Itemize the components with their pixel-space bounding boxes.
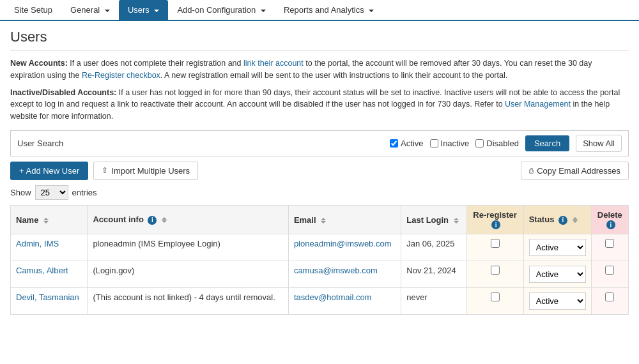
user-name-link[interactable]: Camus, Albert	[16, 266, 68, 275]
table-row: Admin, IMSploneadmin (IMS Employee Login…	[11, 234, 629, 261]
cell-last-login: never	[401, 288, 466, 315]
delete-checkbox[interactable]	[605, 292, 614, 301]
cell-status: ActiveInactiveDisabled	[523, 234, 591, 261]
nav-site-setup[interactable]: Site Setup	[5, 0, 61, 20]
import-multiple-users-button[interactable]: ⇧ Import Multiple Users	[93, 162, 198, 180]
cell-delete	[591, 288, 628, 315]
show-label: Show	[10, 188, 31, 197]
cell-name: Admin, IMS	[11, 234, 88, 261]
cell-account-info: (Login.gov)	[88, 261, 288, 288]
col-re-register: Re-register i	[466, 205, 523, 234]
table-row: Camus, Albert(Login.gov)camusa@imsweb.co…	[11, 261, 629, 288]
action-row: + Add New User ⇧ Import Multiple Users ⎙…	[10, 162, 629, 180]
disabled-label: Disabled	[486, 139, 519, 148]
delete-checkbox[interactable]	[605, 266, 614, 275]
account-info-icon[interactable]: i	[148, 216, 157, 225]
general-dropdown-icon	[105, 10, 110, 12]
nav-users[interactable]: Users	[119, 0, 169, 20]
user-name-link[interactable]: Admin, IMS	[16, 239, 59, 248]
user-name-link[interactable]: Devil, Tasmanian	[16, 292, 79, 302]
link-their-account[interactable]: link their account	[243, 59, 304, 68]
show-all-button[interactable]: Show All	[576, 135, 622, 152]
user-email-link[interactable]: camusa@imsweb.com	[294, 266, 378, 275]
import-icon: ⇧	[102, 166, 108, 175]
filter-active[interactable]: Active	[390, 139, 423, 148]
addon-dropdown-icon	[261, 10, 266, 12]
cell-delete	[591, 234, 628, 261]
cell-email: ploneadmin@imsweb.com	[288, 234, 401, 261]
active-label: Active	[401, 139, 423, 148]
copy-email-addresses-button[interactable]: ⎙ Copy Email Addresses	[521, 162, 629, 180]
user-management-link[interactable]: User Management	[505, 100, 571, 109]
inactive-checkbox[interactable]	[430, 139, 438, 148]
nav-reports[interactable]: Reports and Analytics	[275, 0, 383, 20]
email-sort-icon	[321, 218, 326, 224]
cell-last-login: Nov 21, 2024	[401, 261, 466, 288]
copy-icon: ⎙	[529, 167, 534, 174]
account-sort-icon	[162, 217, 167, 223]
status-select[interactable]: ActiveInactiveDisabled	[529, 239, 586, 256]
delete-checkbox[interactable]	[605, 239, 614, 248]
search-row: User Search Active Inactive Disabled Sea…	[10, 130, 629, 156]
inactive-label: Inactive	[441, 139, 470, 148]
users-table: Name Account info i Email Last Login	[10, 205, 629, 315]
entries-select[interactable]: 25 50 100	[35, 185, 68, 200]
re-register-checkbox[interactable]	[491, 266, 500, 275]
status-select[interactable]: ActiveInactiveDisabled	[529, 292, 586, 310]
page-content: Users New Accounts: If a user does not c…	[0, 21, 639, 322]
re-register-checkbox[interactable]	[491, 292, 500, 301]
re-register-checkbox-link[interactable]: Re-Register checkbox	[82, 71, 160, 80]
cell-email: tasdev@hotmail.com	[288, 288, 401, 315]
table-row: Devil, Tasmanian(This account is not lin…	[11, 288, 629, 315]
cell-last-login: Jan 06, 2025	[401, 234, 466, 261]
col-email[interactable]: Email	[288, 205, 401, 234]
last-login-sort-icon	[454, 218, 459, 224]
col-name[interactable]: Name	[11, 205, 88, 234]
inactive-accounts-info: Inactive/Disabled Accounts: If a user ha…	[10, 87, 629, 123]
filter-group: Active Inactive Disabled Search Show All	[390, 135, 622, 152]
new-accounts-info: New Accounts: If a user does not complet…	[10, 57, 629, 82]
search-button[interactable]: Search	[525, 135, 569, 151]
user-email-link[interactable]: tasdev@hotmail.com	[294, 292, 372, 302]
cell-delete	[591, 261, 628, 288]
col-account-info[interactable]: Account info i	[88, 205, 288, 234]
re-register-checkbox[interactable]	[491, 239, 500, 248]
add-new-user-button[interactable]: + Add New User	[10, 162, 88, 180]
status-info-icon[interactable]: i	[558, 216, 567, 225]
nav-general[interactable]: General	[61, 0, 119, 20]
cell-account-info: (This account is not linked) - 4 days un…	[88, 288, 288, 315]
delete-info-icon[interactable]: i	[606, 220, 615, 229]
nav-addon-config[interactable]: Add-on Configuration	[168, 0, 274, 20]
col-delete: Delete i	[591, 205, 628, 234]
filter-disabled[interactable]: Disabled	[475, 139, 519, 148]
filter-inactive[interactable]: Inactive	[430, 139, 470, 148]
cell-re-register	[466, 234, 523, 261]
col-status[interactable]: Status i	[523, 205, 591, 234]
cell-name: Camus, Albert	[11, 261, 88, 288]
user-search-label: User Search	[17, 139, 382, 148]
status-sort-icon	[573, 217, 578, 223]
cell-re-register	[466, 288, 523, 315]
cell-account-info: ploneadmin (IMS Employee Login)	[88, 234, 288, 261]
status-select[interactable]: ActiveInactiveDisabled	[529, 266, 586, 283]
col-last-login[interactable]: Last Login	[401, 205, 466, 234]
disabled-checkbox[interactable]	[475, 139, 484, 148]
action-left: + Add New User ⇧ Import Multiple Users	[10, 162, 198, 180]
entries-label: entries	[72, 188, 97, 197]
cell-status: ActiveInactiveDisabled	[523, 288, 591, 315]
active-checkbox[interactable]	[390, 139, 398, 148]
user-email-link[interactable]: ploneadmin@imsweb.com	[294, 239, 392, 248]
name-sort-icon	[43, 218, 49, 224]
re-register-info-icon[interactable]: i	[491, 220, 500, 229]
reports-dropdown-icon	[369, 10, 374, 12]
cell-status: ActiveInactiveDisabled	[523, 261, 591, 288]
show-entries-row: Show 25 50 100 entries	[10, 185, 629, 200]
users-dropdown-icon	[154, 10, 159, 12]
top-navigation: Site Setup General Users Add-on Configur…	[0, 0, 639, 21]
cell-re-register	[466, 261, 523, 288]
cell-name: Devil, Tasmanian	[11, 288, 88, 315]
cell-email: camusa@imsweb.com	[288, 261, 401, 288]
page-title: Users	[10, 29, 629, 51]
